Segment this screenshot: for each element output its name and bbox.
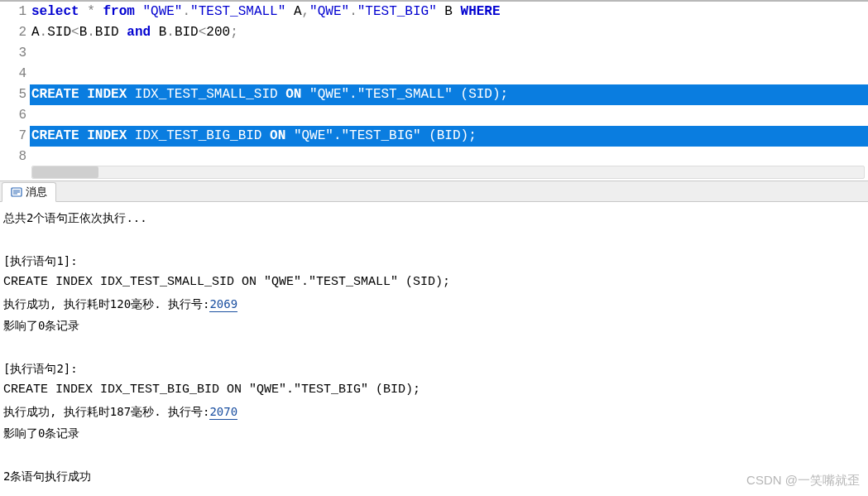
code-line-7[interactable]: CREATE INDEX IDX_TEST_BIG_BID ON "QWE"."… [30, 126, 868, 147]
sql-editor[interactable]: 1 2 3 4 5 6 7 8 select * from "QWE"."TES… [0, 2, 868, 167]
line-number: 3 [0, 43, 26, 64]
code-line-8[interactable] [30, 147, 868, 167]
msg-footer: 2条语句执行成功 [3, 465, 865, 487]
line-number-gutter: 1 2 3 4 5 6 7 8 [0, 2, 30, 167]
exec-id-link[interactable]: 2069 [209, 297, 237, 312]
msg-blank [3, 229, 865, 250]
msg-stmt2-affected: 影响了0条记录 [3, 422, 865, 444]
msg-stmt1-label: [执行语句1]: [3, 250, 865, 272]
msg-blank [3, 336, 865, 358]
line-number: 2 [0, 22, 26, 43]
line-number: 8 [0, 147, 26, 167]
code-line-1[interactable]: select * from "QWE"."TEST_SMALL" A,"QWE"… [30, 2, 868, 22]
messages-icon [11, 186, 22, 198]
code-line-5[interactable]: CREATE INDEX IDX_TEST_SMALL_SID ON "QWE"… [30, 84, 868, 105]
code-area[interactable]: select * from "QWE"."TEST_SMALL" A,"QWE"… [30, 2, 868, 167]
line-number: 7 [0, 126, 26, 147]
msg-header: 总共2个语句正依次执行... [3, 207, 865, 229]
line-number: 1 [0, 2, 26, 22]
code-line-4[interactable] [30, 64, 868, 84]
code-line-3[interactable] [30, 43, 868, 64]
messages-pane[interactable]: 总共2个语句正依次执行... [执行语句1]: CREATE INDEX IDX… [0, 202, 868, 496]
code-line-2[interactable]: A.SID<B.BID and B.BID<200; [30, 22, 868, 43]
tab-messages[interactable]: 消息 [2, 182, 56, 202]
code-line-6[interactable] [30, 105, 868, 126]
line-number: 6 [0, 105, 26, 126]
msg-stmt2-success: 执行成功, 执行耗时187毫秒. 执行号:2070 [3, 401, 865, 422]
exec-id-link[interactable]: 2070 [209, 405, 237, 420]
msg-stmt1-success: 执行成功, 执行耗时120毫秒. 执行号:2069 [3, 293, 865, 315]
msg-stmt1-sql: CREATE INDEX IDX_TEST_SMALL_SID ON "QWE"… [3, 272, 865, 293]
line-number: 4 [0, 64, 26, 84]
tab-label: 消息 [26, 185, 47, 200]
scrollbar-thumb[interactable] [32, 166, 98, 178]
msg-stmt2-label: [执行语句2]: [3, 358, 865, 379]
msg-stmt1-affected: 影响了0条记录 [3, 315, 865, 336]
msg-blank [3, 444, 865, 465]
editor-horizontal-scrollbar[interactable] [31, 166, 865, 179]
line-number: 5 [0, 84, 26, 105]
msg-stmt2-sql: CREATE INDEX IDX_TEST_BIG_BID ON "QWE"."… [3, 379, 865, 401]
watermark-text: CSDN @一笑嘴就歪 [746, 470, 860, 491]
sql-editor-pane: 1 2 3 4 5 6 7 8 select * from "QWE"."TES… [0, 0, 868, 181]
results-tab-bar: 消息 [0, 181, 868, 202]
